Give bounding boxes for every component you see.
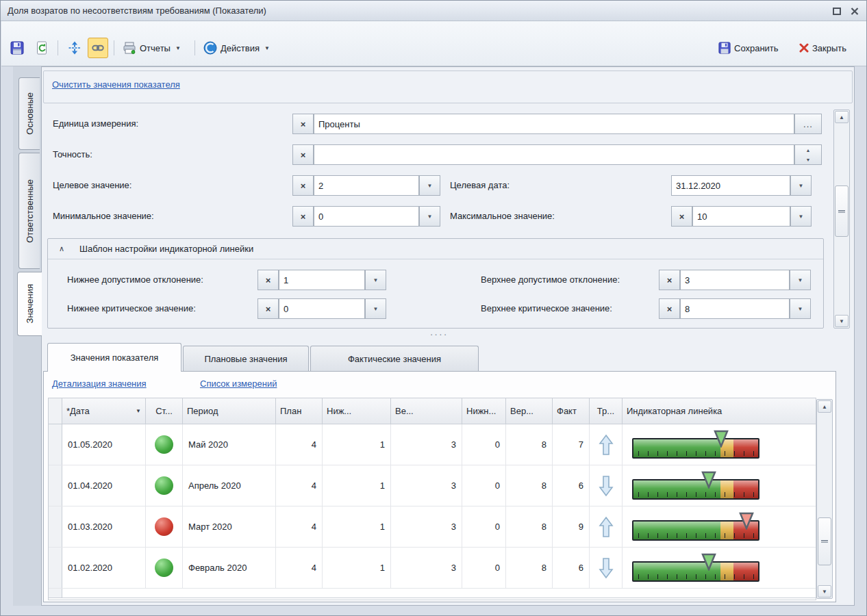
precision-field[interactable] [314,144,794,165]
collapse-icon[interactable]: ∧ [59,244,64,253]
date-cell[interactable]: 01.02.2020 [62,548,146,588]
upper-critical-dropdown-button[interactable]: ▼ [790,298,811,319]
fact-cell[interactable]: 7 [553,424,590,465]
table-row[interactable]: 01.04.2020Апрель 2020413086 [49,465,816,506]
splitter-handle[interactable]: ···· [418,332,460,339]
ruler-cell[interactable] [623,465,816,506]
link-button[interactable] [88,38,108,58]
date-cell[interactable]: 01.03.2020 [62,506,146,547]
ruler-cell[interactable] [623,506,816,547]
column-header-status[interactable]: Ст... [146,398,183,424]
up-crit-cell[interactable]: 8 [506,465,553,506]
table-row[interactable]: 01.03.2020Март 2020413089 [49,506,816,548]
low-dev-cell[interactable]: 1 [323,506,391,547]
precision-spinner[interactable]: ▲ ▼ [794,144,822,165]
sort-desc-icon[interactable]: ▼ [136,408,141,414]
up-crit-cell[interactable]: 8 [506,548,553,588]
clear-target-button[interactable]: × [292,175,314,196]
up-dev-cell[interactable]: 3 [391,424,462,465]
status-cell[interactable] [146,506,183,547]
clear-min-button[interactable]: × [292,206,314,227]
column-header-period[interactable]: Период [183,398,276,424]
low-dev-cell[interactable]: 1 [323,548,391,588]
row-indicator-cell[interactable] [49,465,62,506]
clear-lower-critical-button[interactable]: × [257,298,279,319]
fit-height-button[interactable] [64,38,85,58]
up-dev-cell[interactable]: 3 [391,465,462,506]
plan-cell[interactable]: 4 [276,424,323,465]
plan-cell[interactable]: 4 [276,548,323,588]
commit-save-button[interactable]: Сохранить [715,38,782,58]
lower-critical-dropdown-button[interactable]: ▼ [365,298,386,319]
low-crit-cell[interactable]: 0 [462,506,506,547]
save-button[interactable] [7,38,27,58]
column-header-trend[interactable]: Тр... [590,398,623,424]
side-tab-responsible[interactable]: Ответственные [18,153,40,269]
lower-tolerance-dropdown-button[interactable]: ▼ [365,270,386,290]
clear-lower-tolerance-button[interactable]: × [257,270,279,290]
status-cell[interactable] [146,548,183,588]
status-cell[interactable] [146,424,183,465]
ruler-cell[interactable] [623,424,816,465]
date-cell[interactable]: 01.04.2020 [62,465,146,506]
low-crit-cell[interactable]: 0 [462,465,506,506]
measurement-list-link[interactable]: Список измерений [200,378,277,389]
spin-down-icon[interactable]: ▼ [795,155,821,164]
max-field[interactable] [692,206,790,227]
unit-picker-button[interactable]: ... [794,114,822,134]
up-crit-cell[interactable]: 8 [506,506,553,547]
column-header-plan[interactable]: План [276,398,323,424]
period-cell[interactable]: Май 2020 [183,424,276,465]
lower-tolerance-field[interactable] [279,270,365,290]
table-row[interactable]: 01.02.2020Февраль 2020413086 [49,548,816,589]
unit-field[interactable] [314,114,794,134]
trend-cell[interactable] [590,424,623,465]
column-header-low_dev[interactable]: Ниж... [323,398,391,424]
side-tab-main[interactable]: Основные [18,77,40,150]
column-header-fact[interactable]: Факт [553,398,590,424]
close-form-button[interactable]: Закрыть [796,38,850,58]
low-dev-cell[interactable]: 1 [323,465,391,506]
row-indicator-cell[interactable] [49,506,62,547]
column-header-ruler[interactable]: Индикаторная линейка [623,398,816,424]
reports-button[interactable]: Отчеты ▼ [119,38,184,58]
scroll-up-icon[interactable]: ▲ [835,111,849,123]
status-cell[interactable] [146,465,183,506]
row-indicator-cell[interactable] [49,424,62,465]
upper-tolerance-field[interactable] [680,270,790,290]
scroll-up-icon[interactable]: ▲ [818,400,831,413]
detail-value-link[interactable]: Детализация значения [52,378,147,389]
actions-button[interactable]: Действия ▼ [200,38,273,58]
spin-up-icon[interactable]: ▲ [795,145,821,155]
period-cell[interactable]: Февраль 2020 [183,548,276,588]
min-field[interactable] [314,206,419,227]
group-header[interactable]: ∧ Шаблон настройки индикаторной линейки [48,239,823,259]
min-dropdown-button[interactable]: ▼ [419,206,440,227]
trend-cell[interactable] [590,506,623,547]
clear-values-link[interactable]: Очистить значения показателя [52,79,180,90]
scroll-down-icon[interactable]: ▼ [818,585,831,598]
table-scrollbar[interactable]: ▲ ▼ [816,399,833,599]
column-header-date[interactable]: *Дата▼ [62,398,146,424]
plan-cell[interactable]: 4 [276,506,323,547]
period-cell[interactable]: Март 2020 [183,506,276,547]
date-cell[interactable]: 01.05.2020 [62,424,146,465]
low-crit-cell[interactable]: 0 [462,424,506,465]
lower-critical-field[interactable] [279,298,365,319]
fact-cell[interactable]: 6 [553,465,590,506]
trend-cell[interactable] [590,465,623,506]
clear-upper-tolerance-button[interactable]: × [659,270,680,290]
target-date-dropdown-button[interactable]: ▼ [790,175,812,196]
tab-plan-values[interactable]: Плановые значения [183,346,309,372]
clear-max-button[interactable]: × [671,206,692,227]
form-scrollbar-thumb[interactable] [835,185,849,237]
row-indicator-cell[interactable] [49,548,62,588]
ruler-cell[interactable] [623,548,816,588]
fact-cell[interactable]: 6 [553,548,590,588]
period-cell[interactable]: Апрель 2020 [183,465,276,506]
refresh-button[interactable] [32,38,52,58]
target-date-field[interactable] [671,175,790,196]
target-field[interactable] [314,175,419,196]
tab-indicator-values[interactable]: Значения показателя [47,343,181,372]
up-dev-cell[interactable]: 3 [391,548,462,588]
